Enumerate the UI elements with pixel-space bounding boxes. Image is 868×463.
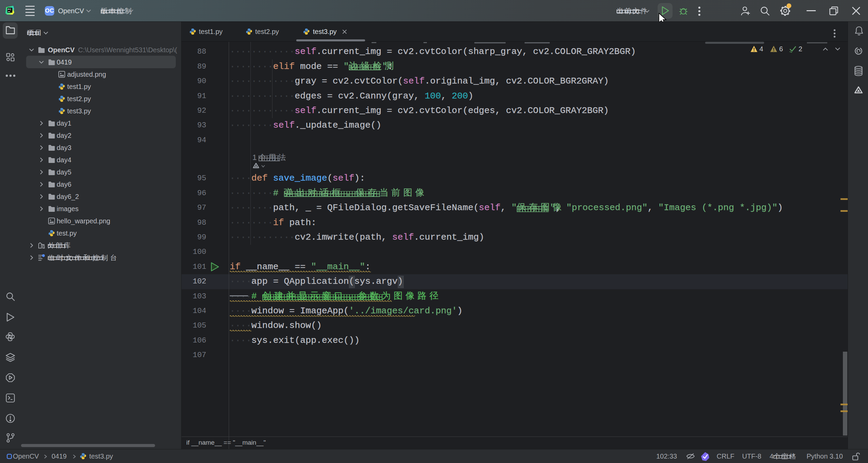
- svg-text:PC: PC: [8, 8, 12, 11]
